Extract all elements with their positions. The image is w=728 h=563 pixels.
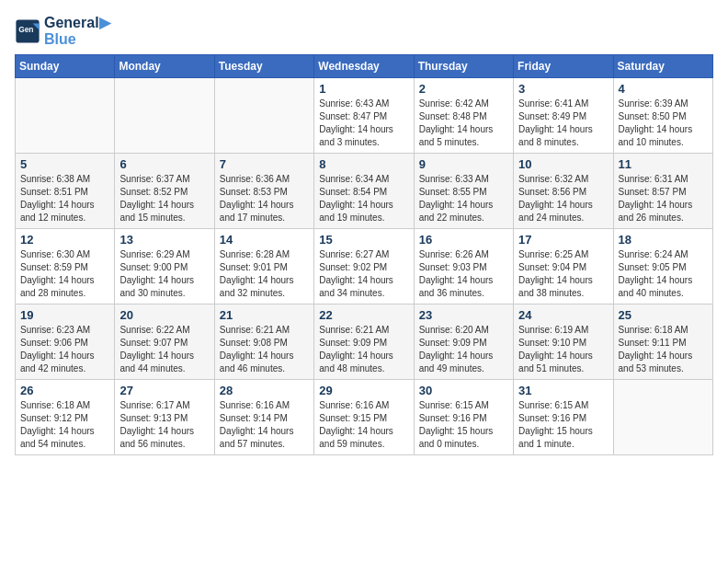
day-number: 7 xyxy=(220,157,309,171)
day-info: Sunrise: 6:31 AM Sunset: 8:57 PM Dayligh… xyxy=(619,173,708,224)
day-number: 26 xyxy=(20,384,109,397)
day-number: 25 xyxy=(619,308,708,322)
day-info: Sunrise: 6:33 AM Sunset: 8:55 PM Dayligh… xyxy=(419,173,508,224)
day-number: 15 xyxy=(319,233,408,247)
day-number: 19 xyxy=(20,308,109,322)
logo-text: General▶ Blue xyxy=(44,15,110,47)
weekday-header: Saturday xyxy=(613,55,712,78)
day-info: Sunrise: 6:30 AM Sunset: 8:59 PM Dayligh… xyxy=(20,248,109,300)
calendar-week-row: 5Sunrise: 6:38 AM Sunset: 8:51 PM Daylig… xyxy=(16,154,713,229)
calendar-cell: 25Sunrise: 6:18 AM Sunset: 9:11 PM Dayli… xyxy=(613,304,712,380)
calendar-cell: 27Sunrise: 6:17 AM Sunset: 9:13 PM Dayli… xyxy=(115,380,214,455)
day-info: Sunrise: 6:18 AM Sunset: 9:11 PM Dayligh… xyxy=(619,324,708,375)
calendar-cell: 22Sunrise: 6:21 AM Sunset: 9:09 PM Dayli… xyxy=(314,304,414,380)
calendar-cell xyxy=(115,78,214,154)
day-info: Sunrise: 6:20 AM Sunset: 9:09 PM Dayligh… xyxy=(419,324,508,375)
weekday-header: Sunday xyxy=(16,55,115,78)
calendar-week-row: 1Sunrise: 6:43 AM Sunset: 8:47 PM Daylig… xyxy=(16,78,713,154)
weekday-header: Tuesday xyxy=(214,55,313,78)
calendar-cell: 28Sunrise: 6:16 AM Sunset: 9:14 PM Dayli… xyxy=(214,380,313,455)
calendar-cell: 17Sunrise: 6:25 AM Sunset: 9:04 PM Dayli… xyxy=(514,229,613,304)
day-number: 24 xyxy=(518,308,608,322)
day-info: Sunrise: 6:38 AM Sunset: 8:51 PM Dayligh… xyxy=(20,173,109,224)
calendar-week-row: 12Sunrise: 6:30 AM Sunset: 8:59 PM Dayli… xyxy=(16,229,713,304)
day-info: Sunrise: 6:16 AM Sunset: 9:14 PM Dayligh… xyxy=(220,399,309,451)
day-number: 31 xyxy=(518,384,608,397)
day-number: 21 xyxy=(220,308,309,322)
day-info: Sunrise: 6:36 AM Sunset: 8:53 PM Dayligh… xyxy=(220,173,309,224)
calendar-cell: 1Sunrise: 6:43 AM Sunset: 8:47 PM Daylig… xyxy=(314,78,414,154)
weekday-header: Monday xyxy=(115,55,214,78)
day-info: Sunrise: 6:27 AM Sunset: 9:02 PM Dayligh… xyxy=(319,248,408,300)
day-info: Sunrise: 6:22 AM Sunset: 9:07 PM Dayligh… xyxy=(119,324,209,375)
day-number: 2 xyxy=(419,82,508,96)
day-info: Sunrise: 6:42 AM Sunset: 8:48 PM Dayligh… xyxy=(419,98,508,149)
calendar-cell: 21Sunrise: 6:21 AM Sunset: 9:08 PM Dayli… xyxy=(214,304,313,380)
day-number: 1 xyxy=(319,82,408,96)
calendar-cell: 7Sunrise: 6:36 AM Sunset: 8:53 PM Daylig… xyxy=(214,154,313,229)
day-number: 9 xyxy=(419,157,508,171)
day-number: 27 xyxy=(119,384,209,397)
calendar-cell xyxy=(214,78,313,154)
day-info: Sunrise: 6:24 AM Sunset: 9:05 PM Dayligh… xyxy=(619,248,708,300)
day-info: Sunrise: 6:19 AM Sunset: 9:10 PM Dayligh… xyxy=(518,324,608,375)
day-number: 3 xyxy=(518,82,608,96)
calendar-cell: 19Sunrise: 6:23 AM Sunset: 9:06 PM Dayli… xyxy=(16,304,115,380)
calendar-cell: 20Sunrise: 6:22 AM Sunset: 9:07 PM Dayli… xyxy=(115,304,214,380)
calendar-cell xyxy=(613,380,712,455)
calendar-cell: 8Sunrise: 6:34 AM Sunset: 8:54 PM Daylig… xyxy=(314,154,414,229)
calendar-cell: 5Sunrise: 6:38 AM Sunset: 8:51 PM Daylig… xyxy=(16,154,115,229)
day-number: 5 xyxy=(20,157,109,171)
calendar-cell: 4Sunrise: 6:39 AM Sunset: 8:50 PM Daylig… xyxy=(613,78,712,154)
day-info: Sunrise: 6:28 AM Sunset: 9:01 PM Dayligh… xyxy=(220,248,309,300)
svg-text:Gen: Gen xyxy=(18,25,33,34)
calendar-table: SundayMondayTuesdayWednesdayThursdayFrid… xyxy=(15,54,713,455)
weekday-header-row: SundayMondayTuesdayWednesdayThursdayFrid… xyxy=(16,55,713,78)
weekday-header: Wednesday xyxy=(314,55,414,78)
day-number: 23 xyxy=(419,308,508,322)
day-number: 18 xyxy=(619,233,708,247)
calendar-cell: 9Sunrise: 6:33 AM Sunset: 8:55 PM Daylig… xyxy=(414,154,513,229)
day-info: Sunrise: 6:18 AM Sunset: 9:12 PM Dayligh… xyxy=(20,399,109,451)
day-info: Sunrise: 6:17 AM Sunset: 9:13 PM Dayligh… xyxy=(119,399,209,451)
day-info: Sunrise: 6:15 AM Sunset: 9:16 PM Dayligh… xyxy=(518,399,608,451)
calendar-cell: 24Sunrise: 6:19 AM Sunset: 9:10 PM Dayli… xyxy=(514,304,613,380)
calendar-cell: 18Sunrise: 6:24 AM Sunset: 9:05 PM Dayli… xyxy=(613,229,712,304)
day-number: 13 xyxy=(119,233,209,247)
day-number: 14 xyxy=(220,233,309,247)
calendar-cell: 12Sunrise: 6:30 AM Sunset: 8:59 PM Dayli… xyxy=(16,229,115,304)
logo: Gen General▶ Blue xyxy=(15,15,110,47)
calendar-cell: 14Sunrise: 6:28 AM Sunset: 9:01 PM Dayli… xyxy=(214,229,313,304)
day-info: Sunrise: 6:26 AM Sunset: 9:03 PM Dayligh… xyxy=(419,248,508,300)
day-info: Sunrise: 6:43 AM Sunset: 8:47 PM Dayligh… xyxy=(319,98,408,149)
day-number: 6 xyxy=(119,157,209,171)
day-number: 30 xyxy=(419,384,508,397)
calendar-cell: 15Sunrise: 6:27 AM Sunset: 9:02 PM Dayli… xyxy=(314,229,414,304)
day-info: Sunrise: 6:21 AM Sunset: 9:09 PM Dayligh… xyxy=(319,324,408,375)
calendar-cell: 31Sunrise: 6:15 AM Sunset: 9:16 PM Dayli… xyxy=(514,380,613,455)
calendar-cell: 30Sunrise: 6:15 AM Sunset: 9:16 PM Dayli… xyxy=(414,380,513,455)
day-number: 17 xyxy=(518,233,608,247)
calendar-cell: 10Sunrise: 6:32 AM Sunset: 8:56 PM Dayli… xyxy=(514,154,613,229)
calendar-cell: 13Sunrise: 6:29 AM Sunset: 9:00 PM Dayli… xyxy=(115,229,214,304)
calendar-cell: 23Sunrise: 6:20 AM Sunset: 9:09 PM Dayli… xyxy=(414,304,513,380)
day-number: 16 xyxy=(419,233,508,247)
weekday-header: Friday xyxy=(514,55,613,78)
weekday-header: Thursday xyxy=(414,55,513,78)
day-info: Sunrise: 6:16 AM Sunset: 9:15 PM Dayligh… xyxy=(319,399,408,451)
day-info: Sunrise: 6:39 AM Sunset: 8:50 PM Dayligh… xyxy=(619,98,708,149)
calendar-cell: 2Sunrise: 6:42 AM Sunset: 8:48 PM Daylig… xyxy=(414,78,513,154)
calendar-cell: 11Sunrise: 6:31 AM Sunset: 8:57 PM Dayli… xyxy=(613,154,712,229)
calendar-week-row: 19Sunrise: 6:23 AM Sunset: 9:06 PM Dayli… xyxy=(16,304,713,380)
day-info: Sunrise: 6:23 AM Sunset: 9:06 PM Dayligh… xyxy=(20,324,109,375)
day-number: 4 xyxy=(619,82,708,96)
calendar-week-row: 26Sunrise: 6:18 AM Sunset: 9:12 PM Dayli… xyxy=(16,380,713,455)
day-info: Sunrise: 6:32 AM Sunset: 8:56 PM Dayligh… xyxy=(518,173,608,224)
day-number: 11 xyxy=(619,157,708,171)
day-info: Sunrise: 6:41 AM Sunset: 8:49 PM Dayligh… xyxy=(518,98,608,149)
day-number: 29 xyxy=(319,384,408,397)
calendar-cell: 16Sunrise: 6:26 AM Sunset: 9:03 PM Dayli… xyxy=(414,229,513,304)
day-info: Sunrise: 6:15 AM Sunset: 9:16 PM Dayligh… xyxy=(419,399,508,451)
day-info: Sunrise: 6:34 AM Sunset: 8:54 PM Dayligh… xyxy=(319,173,408,224)
day-number: 20 xyxy=(119,308,209,322)
